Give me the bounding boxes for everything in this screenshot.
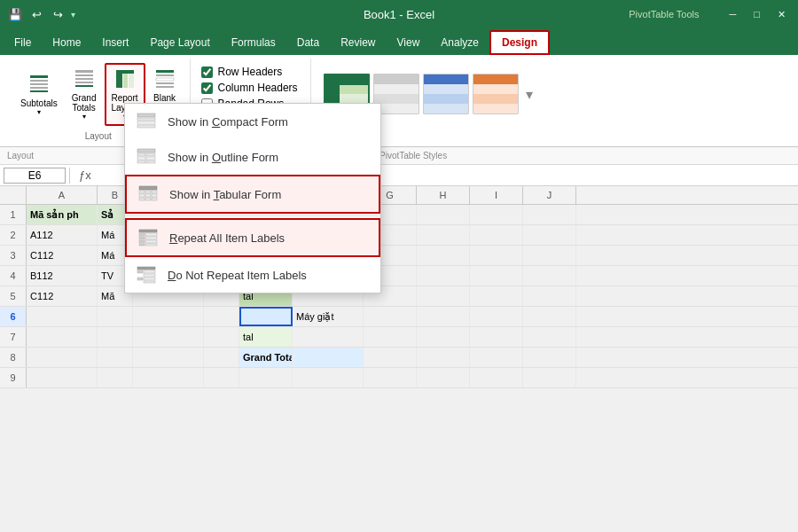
- table-row: 1 Mã sản ph Sả phẩ ▼ Sản phẩm ▼: [0, 205, 798, 225]
- cell-j5[interactable]: [523, 286, 576, 306]
- cell-f9[interactable]: [293, 368, 364, 387]
- cell-i3[interactable]: [470, 246, 523, 265]
- cell-h3[interactable]: [417, 246, 470, 265]
- menu-item-outline[interactable]: Show in Outline Form: [125, 139, 380, 175]
- cell-c9[interactable]: [133, 368, 204, 387]
- title-bar: 💾 ↩ ↪ ▾ Book1 - Excel PivotTable Tools ─…: [0, 0, 798, 28]
- close-button[interactable]: ✕: [772, 7, 791, 22]
- cell-b9[interactable]: [98, 368, 133, 387]
- cell-h7[interactable]: [417, 327, 470, 347]
- cell-b7[interactable]: [98, 327, 133, 347]
- column-headers-label: Column Headers: [218, 82, 298, 94]
- cell-h8[interactable]: [417, 348, 470, 367]
- cell-c6[interactable]: [133, 307, 204, 326]
- cell-e7[interactable]: tal: [239, 327, 293, 347]
- cell-j2[interactable]: [523, 225, 576, 245]
- customize-dropdown[interactable]: ▾: [71, 10, 75, 20]
- cell-d7[interactable]: [204, 327, 239, 347]
- cell-f8[interactable]: [293, 348, 364, 367]
- cell-j4[interactable]: [523, 266, 576, 286]
- tab-design[interactable]: Design: [489, 30, 550, 55]
- minimize-button[interactable]: ─: [724, 7, 742, 21]
- cell-h9[interactable]: [417, 368, 470, 387]
- name-box[interactable]: [4, 168, 66, 184]
- cell-f7[interactable]: [293, 327, 364, 347]
- cell-c8[interactable]: [133, 348, 204, 367]
- menu-item-repeat-labels[interactable]: Repeat All Item Labels: [125, 218, 380, 257]
- style-thumb-3[interactable]: [423, 74, 469, 114]
- cell-h4[interactable]: [417, 266, 470, 286]
- cell-i7[interactable]: [470, 327, 523, 347]
- tab-page-layout[interactable]: Page Layout: [139, 30, 220, 55]
- cell-d6[interactable]: [204, 307, 239, 326]
- grand-totals-button[interactable]: GrandTotals ▾: [66, 63, 103, 125]
- svg-rect-52: [144, 274, 155, 277]
- cell-i5[interactable]: [470, 286, 523, 306]
- cell-a3[interactable]: C112: [27, 246, 98, 265]
- cell-h6[interactable]: [417, 307, 470, 326]
- cell-f6[interactable]: Máy giặt: [293, 307, 364, 326]
- menu-item-no-repeat-labels[interactable]: Do Not Repeat Item Labels: [125, 257, 380, 293]
- subtotals-dropdown[interactable]: ▾: [37, 108, 41, 116]
- cell-i4[interactable]: [470, 266, 523, 286]
- redo-icon[interactable]: ↪: [50, 6, 66, 22]
- menu-item-compact[interactable]: Show in Compact Form: [125, 104, 380, 139]
- cell-a6[interactable]: [27, 307, 98, 326]
- svg-rect-42: [145, 233, 157, 236]
- cell-i6[interactable]: [470, 307, 523, 326]
- tab-data[interactable]: Data: [286, 30, 330, 55]
- cell-g6[interactable]: [364, 307, 417, 326]
- cell-h2[interactable]: [417, 225, 470, 245]
- cell-e6[interactable]: [239, 307, 293, 326]
- cell-d9[interactable]: [204, 368, 239, 387]
- cell-a9[interactable]: [27, 368, 98, 387]
- style-thumb-4[interactable]: [473, 74, 519, 114]
- cell-c7[interactable]: [133, 327, 204, 347]
- save-icon[interactable]: 💾: [7, 6, 23, 22]
- cell-j9[interactable]: [523, 368, 576, 387]
- cell-g8[interactable]: [364, 348, 417, 367]
- subtotals-button[interactable]: Subtotals ▾: [14, 68, 64, 121]
- cell-j3[interactable]: [523, 246, 576, 265]
- row-headers-checkbox[interactable]: Row Headers: [201, 66, 300, 78]
- cell-a7[interactable]: [27, 327, 98, 347]
- svg-rect-23: [137, 149, 155, 153]
- formula-fx-icon[interactable]: ƒx: [79, 168, 91, 182]
- tab-file[interactable]: File: [4, 30, 42, 55]
- tab-review[interactable]: Review: [330, 30, 386, 55]
- cell-i9[interactable]: [470, 368, 523, 387]
- grand-totals-dropdown[interactable]: ▾: [82, 113, 86, 121]
- tab-analyze[interactable]: Analyze: [430, 30, 489, 55]
- maximize-button[interactable]: □: [748, 7, 765, 21]
- tab-formulas[interactable]: Formulas: [221, 30, 286, 55]
- tab-home[interactable]: Home: [42, 30, 91, 55]
- cell-j7[interactable]: [523, 327, 576, 347]
- cell-i2[interactable]: [470, 225, 523, 245]
- cell-j8[interactable]: [523, 348, 576, 367]
- cell-h5[interactable]: [417, 286, 470, 306]
- cell-b8[interactable]: [98, 348, 133, 367]
- cell-b6[interactable]: [98, 307, 133, 326]
- more-styles-button[interactable]: ▾: [526, 86, 533, 103]
- cell-i8[interactable]: [470, 348, 523, 367]
- cell-d8[interactable]: [204, 348, 239, 367]
- cell-h1[interactable]: [417, 205, 470, 224]
- cell-a2[interactable]: A112: [27, 225, 98, 245]
- cell-a1[interactable]: Mã sản ph: [27, 205, 98, 224]
- cell-j1[interactable]: [523, 205, 576, 224]
- cell-g7[interactable]: [364, 327, 417, 347]
- cell-e9[interactable]: [239, 368, 293, 387]
- undo-icon[interactable]: ↩: [28, 6, 44, 22]
- cell-j6[interactable]: [523, 307, 576, 326]
- cell-a8[interactable]: [27, 348, 98, 367]
- svg-rect-47: [139, 244, 145, 246]
- column-headers-checkbox[interactable]: Column Headers: [201, 82, 300, 94]
- cell-g9[interactable]: [364, 368, 417, 387]
- cell-e8[interactable]: Grand Total: [239, 348, 293, 367]
- cell-a5[interactable]: C112: [27, 286, 98, 306]
- menu-item-tabular[interactable]: Show in Tabular Form: [125, 175, 380, 214]
- tab-view[interactable]: View: [387, 30, 431, 55]
- cell-a4[interactable]: B112: [27, 266, 98, 286]
- cell-i1[interactable]: [470, 205, 523, 224]
- tab-insert[interactable]: Insert: [91, 30, 139, 55]
